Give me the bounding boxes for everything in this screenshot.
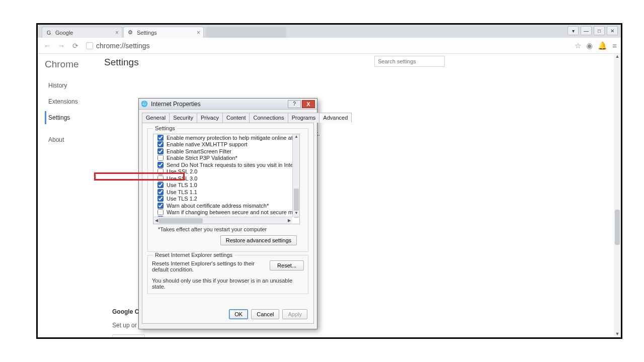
option-row[interactable]: Enable SmartScreen Filter bbox=[153, 148, 292, 155]
dialog-buttons: OK Cancel Apply bbox=[229, 309, 307, 319]
page-scrollbar[interactable]: ▲ ▼ bbox=[614, 54, 621, 337]
restart-note: *Takes effect after you restart your com… bbox=[158, 226, 305, 232]
option-checkbox[interactable] bbox=[157, 162, 164, 168]
option-label: Use SSL 2.0 bbox=[167, 168, 197, 174]
option-row[interactable]: Use TLS 1.0 bbox=[153, 182, 292, 189]
dialog-help-button[interactable]: ? bbox=[288, 100, 301, 108]
sidebar-item-about[interactable]: About bbox=[45, 133, 97, 146]
option-label: Warn about certificate address mismatch* bbox=[167, 203, 269, 209]
dialog-tab-connections[interactable]: Connections bbox=[249, 113, 288, 123]
settings-listbox[interactable]: Enable memory protection to help mitigat… bbox=[153, 134, 300, 224]
star-icon[interactable]: ☆ bbox=[575, 41, 581, 50]
apply-button[interactable]: Apply bbox=[282, 309, 307, 319]
dialog-titlebar[interactable]: 🌐 Internet Properties ? X bbox=[139, 99, 317, 110]
sidebar-item-settings[interactable]: Settings bbox=[45, 111, 97, 124]
camera-icon[interactable]: ◉ bbox=[586, 41, 593, 50]
url-box[interactable]: chrome://settings bbox=[84, 40, 568, 52]
option-label: Enable native XMLHTTP support bbox=[167, 141, 248, 147]
reset-description: Resets Internet Explorer's settings to t… bbox=[152, 260, 266, 273]
option-label: Use SSL 3.0 bbox=[167, 175, 197, 182]
tab-strip: GGoogle×⚙Settings× ▾ — □ ✕ bbox=[38, 25, 621, 38]
brand-label: Chrome bbox=[45, 59, 97, 70]
option-row[interactable]: Use SSL 2.0 bbox=[153, 168, 292, 175]
option-checkbox[interactable] bbox=[157, 135, 164, 141]
url-text: chrome://settings bbox=[96, 42, 150, 50]
scroll-down-icon[interactable]: ▼ bbox=[615, 331, 620, 337]
toolbar: ← → ⟳ chrome://settings ☆ ◉ 🔔 ≡ bbox=[38, 38, 621, 54]
cancel-button[interactable]: Cancel bbox=[251, 309, 279, 319]
settings-group: Settings Enable memory protection to hel… bbox=[147, 128, 308, 252]
content-area: Chrome HistoryExtensionsSettingsAbout Se… bbox=[38, 54, 621, 337]
sidebar: Chrome HistoryExtensionsSettingsAbout bbox=[38, 54, 104, 337]
list-scroll-right-icon[interactable]: ▶ bbox=[286, 218, 292, 223]
manage-button[interactable]: Manage bbox=[112, 334, 145, 337]
page-icon bbox=[86, 42, 93, 49]
option-row[interactable]: Enable Strict P3P Validation* bbox=[153, 155, 292, 162]
search-settings-input[interactable] bbox=[374, 56, 445, 67]
list-hscrollbar[interactable]: ◀ ▶ bbox=[153, 217, 292, 224]
option-row[interactable]: Enable native XMLHTTP support bbox=[153, 141, 292, 148]
window-dropdown-button[interactable]: ▾ bbox=[568, 26, 579, 35]
option-label: Use TLS 1.0 bbox=[167, 182, 197, 188]
option-checkbox[interactable] bbox=[157, 196, 164, 202]
option-row[interactable]: Enable memory protection to help mitigat… bbox=[153, 134, 292, 141]
dialog-tab-privacy[interactable]: Privacy bbox=[197, 113, 223, 123]
option-label: Enable SmartScreen Filter bbox=[167, 148, 231, 154]
dialog-tab-programs[interactable]: Programs bbox=[288, 113, 320, 123]
tab-label: Google bbox=[55, 30, 73, 36]
dialog-title: Internet Properties bbox=[151, 101, 201, 108]
tab-close-icon[interactable]: × bbox=[115, 29, 119, 36]
reset-group-label: Reset Internet Explorer settings bbox=[153, 252, 234, 258]
reset-button[interactable]: Reset... bbox=[270, 260, 304, 270]
option-checkbox[interactable] bbox=[157, 189, 164, 195]
window-maximize-button[interactable]: □ bbox=[594, 26, 605, 35]
toolbar-right-icons: ☆ ◉ 🔔 ≡ bbox=[575, 41, 617, 50]
browser-tab-0[interactable]: GGoogle× bbox=[42, 27, 122, 38]
tab-label: Settings bbox=[137, 30, 157, 36]
list-scroll-up-icon[interactable]: ▲ bbox=[294, 134, 299, 140]
option-checkbox[interactable] bbox=[157, 209, 164, 215]
back-button[interactable]: ← bbox=[42, 40, 53, 51]
option-row[interactable]: Warn about certificate address mismatch* bbox=[153, 202, 292, 209]
option-checkbox[interactable] bbox=[157, 175, 164, 182]
option-checkbox[interactable] bbox=[157, 182, 164, 188]
dialog-tab-general[interactable]: General bbox=[142, 113, 170, 123]
dialog-close-button[interactable]: X bbox=[302, 100, 315, 108]
restore-advanced-button[interactable]: Restore advanced settings bbox=[220, 235, 297, 245]
option-checkbox[interactable] bbox=[157, 148, 164, 154]
dialog-body: Settings Enable memory protection to hel… bbox=[142, 123, 314, 324]
menu-icon[interactable]: ≡ bbox=[612, 41, 617, 50]
option-checkbox[interactable] bbox=[157, 155, 164, 161]
forward-button[interactable]: → bbox=[56, 40, 67, 51]
sidebar-item-history[interactable]: History bbox=[45, 79, 97, 92]
option-row[interactable]: Send Do Not Track requests to sites you … bbox=[153, 161, 292, 168]
dialog-tab-advanced[interactable]: Advanced bbox=[319, 113, 352, 123]
list-scroll-down-icon[interactable]: ▼ bbox=[294, 211, 299, 217]
reload-button[interactable]: ⟳ bbox=[70, 40, 81, 51]
option-checkbox[interactable] bbox=[157, 203, 164, 209]
scroll-thumb[interactable] bbox=[615, 210, 620, 245]
sidebar-item-extensions[interactable]: Extensions bbox=[45, 95, 97, 108]
background-tab-blur bbox=[206, 27, 286, 38]
option-row[interactable]: Use SSL 3.0 bbox=[153, 175, 292, 182]
option-checkbox[interactable] bbox=[157, 141, 164, 147]
tab-close-icon[interactable]: × bbox=[197, 29, 200, 36]
option-row[interactable]: Use TLS 1.2 bbox=[153, 196, 292, 203]
ok-button[interactable]: OK bbox=[229, 309, 248, 319]
dialog-tab-security[interactable]: Security bbox=[169, 113, 197, 123]
dialog-tabs: GeneralSecurityPrivacyContentConnections… bbox=[139, 110, 317, 123]
option-label: Use TLS 1.2 bbox=[167, 196, 197, 202]
list-hthumb[interactable] bbox=[158, 218, 203, 223]
option-row[interactable]: Use TLS 1.1 bbox=[153, 189, 292, 196]
dialog-tab-content[interactable]: Content bbox=[222, 113, 250, 123]
option-row[interactable]: Warn if changing between secure and not … bbox=[153, 209, 292, 216]
browser-tab-1[interactable]: ⚙Settings× bbox=[123, 27, 204, 38]
scroll-up-icon[interactable]: ▲ bbox=[615, 54, 620, 60]
notifications-icon[interactable]: 🔔 bbox=[598, 41, 607, 50]
settings-group-label: Settings bbox=[153, 125, 177, 131]
list-vscrollbar[interactable]: ▲ ▼ bbox=[292, 134, 299, 217]
window-minimize-button[interactable]: — bbox=[581, 26, 592, 35]
window-close-button[interactable]: ✕ bbox=[607, 26, 618, 35]
option-label: Send Do Not Track requests to sites you … bbox=[167, 162, 292, 168]
option-checkbox[interactable] bbox=[157, 168, 164, 174]
